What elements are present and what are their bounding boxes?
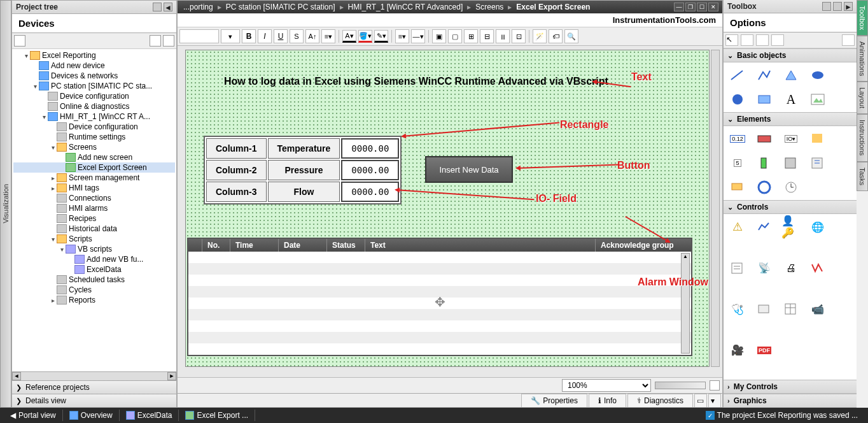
table-view-tool-icon[interactable] [781, 300, 801, 318]
italic-button[interactable]: I [258, 29, 272, 43]
collapse-left-icon[interactable]: ◄ [164, 3, 172, 11]
tree-item-18[interactable]: ▾Scripts [13, 234, 175, 244]
expander-icon[interactable]: ▸ [49, 175, 57, 182]
date-time-tool-icon[interactable]: 5 [727, 154, 748, 172]
text-tool-icon[interactable]: A [781, 90, 801, 108]
slider-tool-icon[interactable] [727, 178, 748, 196]
expander-icon[interactable]: ▾ [49, 144, 57, 151]
media-player-tool-icon[interactable]: 📹 [808, 300, 828, 318]
expander-icon[interactable]: ▾ [22, 52, 30, 59]
tree-item-11[interactable]: Excel Export Screen [13, 162, 175, 173]
send-back-button[interactable]: ▢ [448, 29, 462, 43]
align-h-button[interactable]: ≡▾ [395, 29, 409, 43]
align-obj2-button[interactable]: ⊟ [480, 29, 494, 43]
zoom-fit-button[interactable]: 🔍 [564, 29, 578, 43]
refresh-button[interactable]: 🪄 [533, 29, 547, 43]
zoom-fit-icon[interactable] [710, 380, 720, 391]
excel-export-tab-button[interactable]: Excel Export ... [179, 410, 255, 421]
tree-tool-left-icon[interactable] [14, 35, 25, 47]
zoom-slider[interactable] [655, 382, 706, 389]
symbol-lib-tool-icon[interactable] [808, 154, 828, 172]
printer-tool-icon[interactable]: 🖨 [781, 259, 801, 277]
tree-item-7[interactable]: Device configuration [13, 122, 175, 132]
line-tool-icon[interactable] [727, 66, 748, 84]
elements-header[interactable]: ⌄Elements [724, 112, 857, 126]
graphics-header[interactable]: ›Graphics [724, 394, 857, 408]
font-family-select[interactable] [179, 29, 219, 43]
tree-item-15[interactable]: HMI alarms [13, 203, 175, 213]
user-view-tool-icon[interactable]: 👤🔑 [781, 218, 801, 236]
line-style-button[interactable]: —▾ [411, 29, 425, 43]
col3-desc[interactable]: Flow [268, 182, 340, 202]
status-force-tool-icon[interactable] [754, 300, 774, 318]
exceldata-tab-button[interactable]: ExcelData [120, 410, 179, 421]
camera-tool-icon[interactable]: 🎥 [727, 341, 748, 359]
tree-item-2[interactable]: Devices & networks [13, 71, 175, 81]
right-tab-tasks[interactable]: Tasks [857, 162, 868, 191]
bold-button[interactable]: B [242, 29, 256, 43]
tree-hscroll[interactable]: ◄► [12, 371, 176, 380]
alarm-body[interactable]: ✥ [188, 252, 691, 352]
expander-icon[interactable]: ▸ [49, 297, 57, 304]
col1-label[interactable]: Column-1 [206, 138, 267, 159]
left-side-tab-visualization[interactable]: Visualization [0, 0, 11, 408]
alarm-col-icon[interactable] [188, 239, 202, 252]
opt-pointer-icon[interactable]: ↖ [725, 34, 738, 46]
tree-item-13[interactable]: ▸HMI tags [13, 183, 175, 193]
tree-item-22[interactable]: Scheduled tasks [13, 275, 175, 285]
col2-label[interactable]: Column-2 [206, 160, 267, 180]
insert-new-data-button[interactable]: Insert New Data [425, 156, 513, 183]
polygon-tool-icon[interactable] [781, 66, 801, 84]
tree-tool-list-icon[interactable] [163, 35, 174, 47]
gauge-tool-icon[interactable] [754, 178, 774, 196]
group-button[interactable]: ⊡ [512, 29, 526, 43]
tree-item-23[interactable]: Cycles [13, 285, 175, 295]
crumb-0[interactable]: ...porting [181, 3, 215, 11]
crumb-2[interactable]: HMI_RT_1 [WinCC RT Advanced] [346, 3, 465, 11]
alarm-col-ack[interactable]: Acknowledge group [596, 239, 691, 252]
window-popout-icon[interactable]: ❐ [685, 3, 696, 11]
canvas-scroll-v[interactable] [711, 50, 720, 367]
trend-view-tool-icon[interactable] [754, 218, 774, 236]
tree-item-4[interactable]: Device configuration [13, 91, 175, 101]
rectangle-tool-icon[interactable] [754, 90, 774, 108]
button-tool-icon[interactable] [754, 130, 774, 148]
font-size-select[interactable]: ▾ [221, 29, 240, 43]
tree-item-20[interactable]: Add new VB fu... [13, 254, 175, 264]
switch-tool-icon[interactable] [781, 154, 801, 172]
clock-tool-icon[interactable] [781, 178, 801, 196]
portal-view-button[interactable]: ◀Portal view [4, 410, 63, 421]
align-obj1-button[interactable]: ⊞ [464, 29, 478, 43]
expander-icon[interactable]: ▾ [31, 83, 39, 90]
window-maximize-icon[interactable]: ☐ [697, 3, 707, 11]
right-tab-animations[interactable]: Animations [857, 36, 868, 82]
toolbox-dock-icon[interactable] [833, 2, 842, 11]
font-color-button[interactable]: A▾ [342, 30, 356, 43]
superscript-button[interactable]: A↑ [305, 29, 319, 43]
window-minimize-icon[interactable]: — [674, 3, 684, 11]
alarm-col-status[interactable]: Status [327, 239, 365, 252]
tree-item-17[interactable]: Historical data [13, 224, 175, 234]
alarm-scroll-v[interactable] [681, 253, 690, 354]
tree-tool-grid-icon[interactable] [150, 35, 161, 47]
col2-io-field[interactable]: 0000.00 [341, 160, 399, 180]
col3-io-field[interactable]: 0000.00 [341, 182, 399, 202]
reference-projects-row[interactable]: ❯Reference projects [12, 380, 176, 394]
col1-desc[interactable]: Temperature [268, 138, 340, 159]
alarm-view-tool-icon[interactable]: ⚠ [727, 218, 748, 236]
system-diag-tool-icon[interactable]: 🩺 [727, 300, 748, 318]
toolbox-collapse-icon[interactable]: ► [844, 2, 853, 11]
details-view-row[interactable]: ❯Details view [12, 394, 176, 407]
circle-tool-icon[interactable] [727, 90, 748, 108]
crumb-3[interactable]: Screens [473, 3, 505, 11]
diagnostics-tab[interactable]: ⚕Diagnostics [627, 394, 693, 407]
tree-item-14[interactable]: Connections [13, 193, 175, 203]
fill-color-button[interactable]: 🪣▾ [358, 30, 372, 43]
expander-icon[interactable]: ▾ [49, 236, 57, 243]
crumb-4[interactable]: Excel Export Screen [514, 3, 592, 11]
alarm-col-text[interactable]: Text [365, 239, 596, 252]
properties-tab[interactable]: 🔧Properties [521, 394, 587, 407]
expander-icon[interactable]: ▾ [40, 113, 48, 120]
window-close-icon[interactable]: ✕ [708, 3, 718, 11]
inspector-expand-icon[interactable]: ▾ [708, 394, 721, 407]
